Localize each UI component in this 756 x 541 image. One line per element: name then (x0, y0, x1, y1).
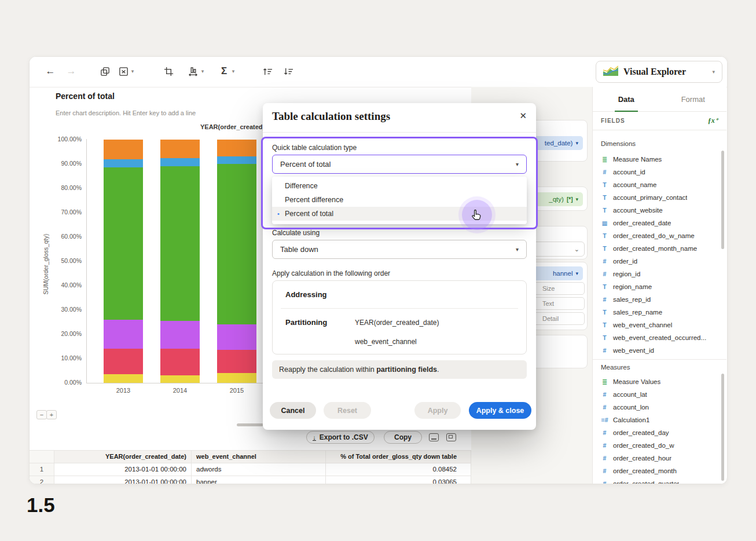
close-icon[interactable]: ✕ (519, 111, 527, 121)
visual-explorer-switcher[interactable]: Visual Explorer ▾ (596, 61, 722, 83)
calc-type-icon: =# (601, 416, 608, 423)
field-item[interactable]: ≣Measure Values (601, 375, 721, 388)
pill-chevron-icon: ▾ (575, 270, 578, 276)
menu-item[interactable]: Difference (272, 179, 527, 193)
measures-label: Measures (601, 364, 630, 371)
field-item[interactable]: Taccount_website (601, 204, 721, 217)
add-formula-icon[interactable]: ƒx⁺ (708, 116, 718, 125)
sort-ascending-icon[interactable] (260, 64, 274, 78)
x-axis-label: 2015 (217, 387, 256, 394)
table-cell: 0.03065 (326, 476, 471, 484)
sort-descending-icon[interactable] (281, 64, 295, 78)
table-row: 22013-01-01 00:00:00banner0.03065 (30, 476, 471, 484)
field-item[interactable]: #order_created_day (601, 426, 721, 439)
field-label: order_created_do_w_name (613, 232, 695, 239)
field-label: Calculation1 (613, 416, 649, 423)
swap-axes-icon[interactable] (186, 64, 200, 78)
number-type-icon: # (601, 270, 608, 277)
segment-yellow (160, 375, 200, 383)
zoom-out-button[interactable]: − (36, 410, 47, 419)
x-axis-label: 2013 (104, 387, 143, 394)
tab-format[interactable]: Format (660, 87, 727, 111)
select-chevron-icon: ▾ (516, 246, 519, 253)
field-item[interactable]: #order_id (601, 255, 721, 268)
field-item[interactable]: =#Calculation1 (601, 414, 721, 426)
field-label: account_website (613, 207, 663, 214)
swap-axes-chevron-icon[interactable]: ▾ (199, 64, 206, 78)
quick-type-select[interactable]: Percent of total ▾ (272, 155, 527, 174)
table-cell: 2 (30, 476, 54, 484)
segment-purple (104, 320, 143, 349)
modal-header-divider (263, 132, 536, 133)
export-csv-button[interactable]: ↓ Export to .CSV (306, 431, 375, 444)
segment-orange (160, 140, 200, 158)
zoom-in-button[interactable]: + (46, 410, 57, 419)
calculate-using-select[interactable]: Table down ▾ (272, 240, 527, 259)
text-type-icon: T (601, 181, 608, 188)
segment-red (160, 349, 200, 375)
version-label: 1.5 (27, 494, 55, 517)
crop-icon[interactable] (162, 64, 175, 78)
field-item[interactable]: Tsales_rep_name (601, 306, 721, 319)
field-item[interactable]: Tregion_name (601, 280, 721, 293)
dimensions-scrollbar[interactable] (721, 151, 724, 249)
number-type-icon: # (601, 347, 608, 354)
cancel-button[interactable]: Cancel (270, 402, 316, 419)
field-item[interactable]: ▦order_created_date (601, 217, 721, 229)
field-label: order_created_quarter (613, 480, 679, 484)
copy-button[interactable]: Copy (384, 431, 422, 444)
field-item[interactable]: #account_lon (601, 401, 721, 414)
apply-close-button[interactable]: Apply & close (469, 402, 531, 419)
measure-type-icon: ≣ (601, 378, 608, 386)
order-label: Apply calculation in the following order (272, 269, 390, 277)
field-item[interactable]: Taccount_primary_contact (601, 191, 721, 204)
field-item[interactable]: #web_event_id (601, 344, 721, 357)
measures-scrollbar[interactable] (721, 374, 724, 481)
forward-icon[interactable]: → (64, 64, 78, 78)
remove-chart-chevron-icon[interactable]: ▾ (129, 64, 136, 78)
field-label: web_event_id (613, 347, 654, 354)
text-type-icon: T (601, 194, 608, 201)
field-item[interactable]: #order_created_month (601, 465, 721, 477)
expand-table-icon[interactable] (446, 433, 456, 441)
table-header-cell: web_event_channel (192, 451, 326, 463)
segment-blue (217, 156, 256, 164)
reset-button[interactable]: Reset (324, 402, 371, 419)
text-type-icon: T (601, 334, 608, 341)
field-item[interactable]: #account_id (601, 166, 721, 178)
selected-bullet-icon: • (277, 210, 280, 217)
table-cell: 2013-01-01 00:00:00 (54, 463, 192, 476)
field-label: sales_rep_id (613, 296, 651, 303)
number-type-icon: # (601, 404, 608, 411)
field-item[interactable]: #order_created_do_w (601, 439, 721, 452)
fields-header: FIELDS ƒx⁺ (593, 111, 726, 130)
field-item[interactable]: Torder_created_do_w_name (601, 229, 721, 242)
tab-data[interactable]: Data (593, 87, 660, 111)
sigma-icon[interactable]: Σ (217, 64, 231, 78)
collapse-table-icon[interactable] (429, 433, 439, 441)
field-item[interactable]: Torder_created_month_name (601, 242, 721, 255)
duplicate-element-icon[interactable] (98, 64, 112, 78)
select-chevron-icon: ⌄ (574, 246, 579, 253)
field-item[interactable]: Tweb_event_created_occurred... (601, 331, 721, 344)
chart-description[interactable]: Enter chart description. Hit Enter key t… (56, 109, 196, 116)
field-item[interactable]: #region_id (601, 268, 721, 280)
field-item[interactable]: Tweb_event_channel (601, 319, 721, 331)
field-item[interactable]: #order_created_hour (601, 452, 721, 465)
field-item[interactable]: #sales_rep_id (601, 293, 721, 306)
field-label: order_created_hour (613, 455, 671, 462)
aggregate-badge: [*] (567, 196, 573, 203)
sigma-chevron-icon[interactable]: ▾ (230, 64, 237, 78)
field-item[interactable]: #account_lat (601, 388, 721, 401)
apply-button[interactable]: Apply (414, 402, 461, 419)
segment-yellow (217, 373, 256, 383)
horizontal-scrollbar[interactable] (237, 423, 263, 426)
field-item[interactable]: ≣Measure Names (601, 153, 721, 166)
number-type-icon: # (601, 455, 608, 462)
field-label: order_created_date (613, 220, 671, 226)
back-icon[interactable]: ← (43, 64, 57, 78)
remove-chart-icon[interactable] (116, 64, 130, 78)
field-item[interactable]: #order_created_quarter (601, 477, 721, 484)
field-label: account_lat (613, 391, 647, 398)
field-item[interactable]: Taccount_name (601, 178, 721, 191)
